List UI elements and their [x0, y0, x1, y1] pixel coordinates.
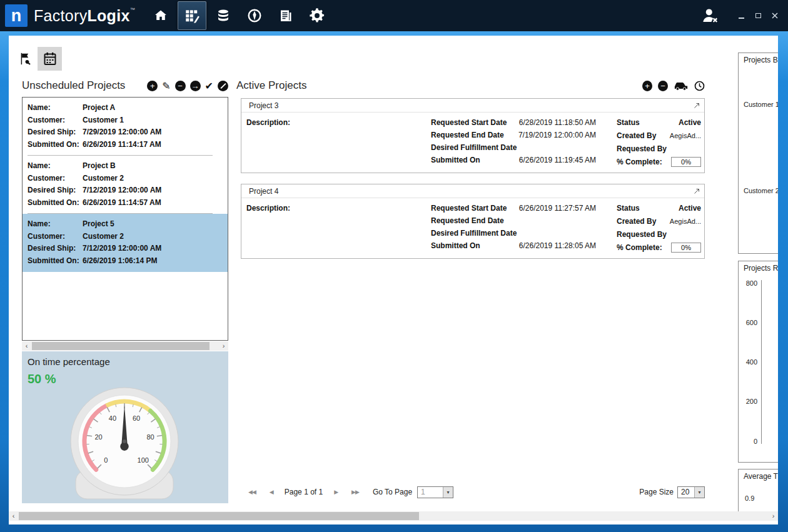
unscheduled-projects-list: Name:Project A Customer:Customer 1 Desir…: [22, 97, 228, 341]
minimize-button[interactable]: [737, 11, 745, 20]
cancel-project-button[interactable]: [218, 81, 228, 91]
chevron-down-icon: ▾: [443, 487, 453, 498]
name-value: Project A: [83, 102, 115, 114]
planning-grid-icon: [184, 8, 200, 24]
next-page-button[interactable]: ▶: [331, 488, 340, 496]
brand-factory: Factory: [34, 7, 87, 24]
calendar-icon: [43, 51, 58, 66]
description-label: Description:: [246, 118, 290, 127]
on-time-panel: On time percentage 50 % 0 20 40 60 80 10…: [22, 351, 228, 503]
chevron-down-icon: ▾: [694, 487, 704, 498]
customer-value: Customer 2: [83, 231, 124, 243]
goto-page-label: Go To Page: [373, 488, 412, 496]
on-time-gauge: 0 20 40 60 80 100: [62, 384, 187, 503]
maximize-icon: [755, 13, 761, 18]
top-nav: [146, 0, 331, 31]
add-project-button[interactable]: +: [147, 81, 158, 91]
field-label: Requested Start Date: [431, 204, 507, 213]
content-horizontal-scrollbar[interactable]: ‹ ›: [9, 511, 778, 521]
submitted-on-label: Submitted On:: [28, 197, 83, 209]
y-tick: 600: [744, 319, 757, 326]
desired-ship-label: Desired Ship:: [28, 243, 83, 255]
nav-dispatch-button[interactable]: [240, 1, 269, 30]
previous-page-button[interactable]: ◀: [267, 488, 276, 496]
project-card-4[interactable]: Project 4 Description: Requested Start D…: [241, 184, 705, 259]
nav-home-button[interactable]: [146, 1, 175, 30]
tab-scheduling[interactable]: [38, 47, 62, 71]
list-item-project-a[interactable]: Name:Project A Customer:Customer 1 Desir…: [23, 98, 228, 156]
status-label: Status: [617, 118, 640, 127]
nav-settings-button[interactable]: [303, 1, 331, 30]
desired-ship-value: 7/12/2019 12:00:00 AM: [83, 243, 161, 255]
nav-documents-button[interactable]: [271, 1, 300, 30]
category-label: Customer 1: [744, 101, 778, 108]
brand-name: FactoryLogix™: [34, 7, 135, 25]
unscheduled-projects-title: Unscheduled Projects: [22, 79, 125, 92]
list-item-project-5-selected[interactable]: Name:Project 5 Customer:Customer 2 Desir…: [23, 214, 228, 272]
field-label: Requested End Date: [431, 131, 504, 139]
edit-project-button[interactable]: ✎: [162, 81, 170, 91]
percent-complete-value: 0%: [671, 157, 701, 167]
expand-icon[interactable]: [694, 103, 700, 109]
field-value: 6/26/2019 11:19:45 AM: [519, 156, 596, 164]
unscheduled-toolbar: + ✎ − → ✔: [147, 81, 228, 91]
nav-planning-button[interactable]: [178, 1, 206, 30]
gauge-tick-20: 20: [94, 433, 102, 441]
projects-chart-panel: Projects R 800 600 400 200 0 P: [738, 261, 778, 463]
active-projects-title: Active Projects: [236, 79, 306, 92]
list-horizontal-scrollbar[interactable]: ‹ ›: [22, 341, 228, 351]
field-label: Requested Start Date: [431, 118, 507, 127]
close-button[interactable]: [770, 11, 779, 20]
page-size-select[interactable]: 20 ▾: [677, 486, 705, 498]
titlebar-right: [700, 0, 788, 31]
scroll-left-icon[interactable]: ‹: [22, 341, 31, 351]
first-page-button[interactable]: ◀◀: [246, 488, 258, 496]
add-active-project-button[interactable]: +: [642, 81, 652, 91]
card-title: Project 3: [249, 101, 278, 110]
scroll-right-icon[interactable]: ›: [769, 511, 778, 521]
nav-data-button[interactable]: [209, 1, 238, 30]
scrollbar-thumb[interactable]: [32, 342, 210, 350]
goto-page-value: 1: [418, 488, 428, 496]
field-value: 6/26/2019 11:28:05 AM: [519, 241, 596, 250]
tab-setup[interactable]: [13, 47, 38, 71]
customer-label: Customer:: [28, 173, 83, 185]
list-item-project-b[interactable]: Name:Project B Customer:Customer 2 Desir…: [23, 156, 228, 214]
card-header: Project 4: [241, 184, 704, 198]
card-body: Description: Requested Start Date6/26/20…: [241, 198, 704, 258]
gear-icon: [308, 7, 326, 24]
requested-by-label: Requested By: [617, 230, 667, 239]
logout-user-button[interactable]: [700, 6, 719, 25]
scrollbar-thumb[interactable]: [19, 512, 419, 520]
remove-project-button[interactable]: −: [175, 81, 186, 91]
field-label: Submitted On: [431, 241, 480, 250]
app-logo: n: [5, 4, 28, 27]
close-icon: [772, 13, 778, 19]
dispatch-project-button[interactable]: →: [190, 81, 201, 91]
card-header: Project 3: [241, 99, 704, 113]
maximize-button[interactable]: [754, 11, 762, 20]
clock-icon[interactable]: [694, 81, 705, 91]
field-value: 7/19/2019 12:00:00 AM: [518, 131, 596, 139]
pagination-bar: ◀◀ ◀ Page 1 of 1 ▶ ▶▶ Go To Page 1 ▾ Pag…: [241, 486, 705, 499]
scroll-left-icon[interactable]: ‹: [9, 511, 18, 521]
expand-icon[interactable]: [694, 188, 700, 194]
last-page-button[interactable]: ▶▶: [349, 488, 361, 496]
name-label: Name:: [28, 218, 83, 231]
project-card-3[interactable]: Project 3 Description: Requested Start D…: [241, 98, 705, 173]
y-tick: 0: [744, 438, 757, 445]
submitted-on-value: 6/26/2019 11:14:17 AM: [83, 139, 161, 151]
scroll-right-icon[interactable]: ›: [219, 341, 228, 351]
on-time-title: On time percentage: [28, 356, 110, 367]
titlebar: n FactoryLogix™: [0, 0, 788, 31]
content-area: Unscheduled Projects + ✎ − → ✔ Name:Proj…: [9, 36, 778, 524]
vehicle-icon[interactable]: [674, 81, 689, 91]
remove-active-project-button[interactable]: −: [658, 81, 668, 91]
goto-page-select[interactable]: 1 ▾: [417, 486, 453, 498]
percent-complete-label: % Complete:: [617, 243, 662, 252]
accept-project-button[interactable]: ✔: [205, 81, 213, 91]
field-label: Requested End Date: [431, 216, 504, 225]
documents-icon: [278, 8, 293, 23]
name-label: Name:: [28, 102, 83, 114]
card-title: Project 4: [249, 187, 278, 196]
